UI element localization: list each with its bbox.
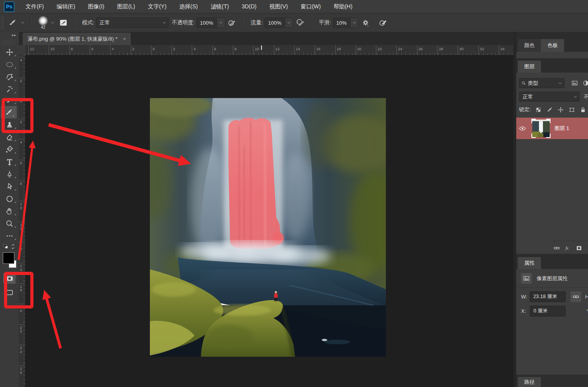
document-canvas[interactable] [150,98,386,357]
menu-item-0[interactable]: 文件(F) [26,3,44,10]
lock-transparent-pixels-icon[interactable] [534,105,543,114]
brush-tool[interactable] [1,106,17,118]
tab-layers[interactable]: 图层 [518,61,541,73]
smoothing-dropdown[interactable] [350,18,359,28]
pressure-size-icon[interactable] [378,18,388,28]
swatches-body [516,52,588,58]
lock-paint-icon[interactable] [545,105,554,114]
screen-mode-button[interactable] [3,287,16,298]
quick-mask-mode-button[interactable] [3,273,16,284]
swap-colors-icon[interactable] [10,244,16,251]
toggle-brush-settings-icon[interactable] [58,18,69,28]
flow-dropdown[interactable] [285,18,293,28]
v-ruler-label-4: 4 [20,140,22,144]
blend-mode-select[interactable]: 正常 [519,92,580,102]
h-ruler-label-13: 14 [296,47,300,51]
layer-name[interactable]: 图层 1 [555,125,569,132]
filter-image-icon[interactable] [570,79,579,88]
lock-all-icon[interactable] [579,105,588,114]
clone-stamp-tool[interactable] [0,118,19,131]
add-layer-mask-icon[interactable] [574,244,583,252]
lasso-tool[interactable] [0,71,19,83]
flow-control[interactable]: 100% [265,18,293,28]
layer-row[interactable]: 图层 1 [516,118,588,139]
edit-toolbar[interactable] [0,230,19,242]
tab-swatches[interactable]: 色板 [541,39,564,52]
pen-tool[interactable] [0,168,19,180]
panel-divider[interactable] [513,32,516,387]
magic-wand-tool[interactable] [0,83,19,95]
svg-text:fx: fx [565,246,568,250]
mode-label: 模式: [82,19,94,26]
filter-adjustment-icon[interactable] [581,79,588,88]
right-panel-column: 颜色 色板 图层 类型 正常 [516,32,588,387]
mode-select[interactable]: 正常 [96,18,169,28]
smoothing-control[interactable]: 10% [333,18,359,28]
menu-item-9[interactable]: 窗口(W) [301,3,321,10]
toolbar-collapse[interactable]: ▸▸ [0,32,19,39]
width-label: W: [521,294,527,300]
ruler-corner[interactable] [19,45,26,55]
layer-effects-icon[interactable]: fx [563,244,572,252]
close-icon[interactable]: × [123,36,126,42]
link-dimensions-icon[interactable] [570,291,581,302]
opacity-dropdown[interactable] [217,18,225,28]
smoothing-options-gear-icon[interactable] [360,18,371,28]
elliptical-marquee-tool[interactable] [0,58,19,71]
path-selection-tool[interactable] [0,180,19,193]
layer-visibility-eye-icon[interactable] [518,124,527,133]
opacity-label: 不透明度: [172,19,195,26]
eyedropper-tool[interactable] [0,95,19,106]
hand-tool[interactable] [0,205,19,217]
chevron-down-icon [50,20,55,25]
menu-item-4[interactable]: 文字(Y) [148,3,167,10]
h-ruler-label-8: 4 [193,47,195,51]
move-tool[interactable] [0,46,19,58]
opacity-control[interactable]: 100% [197,18,225,28]
menu-item-7[interactable]: 3D(D) [242,3,256,10]
tab-color[interactable]: 颜色 [518,39,541,52]
default-colors-icon[interactable] [3,244,9,251]
link-layers-icon[interactable] [552,244,561,252]
h-ruler-label-17: 22 [378,47,382,51]
h-ruler-label-11: 10 [255,47,259,51]
x-label: X: [521,308,526,314]
menu-item-3[interactable]: 图层(L) [117,3,135,10]
eraser-tool[interactable] [0,131,19,143]
separator [311,16,312,29]
v-ruler-label-9: 1 4 [20,243,22,251]
pixel-layer-icon [521,273,532,284]
x-field[interactable]: 0 厘米 [530,306,566,316]
paint-bucket-tool[interactable] [0,143,19,155]
foreground-color-swatch[interactable] [3,252,14,264]
lock-artboard-icon[interactable] [568,105,576,114]
h-ruler-label-9: 6 [214,47,216,51]
waterfall-image [150,98,386,357]
airbrush-icon[interactable] [295,18,305,28]
brush-preset-button[interactable]: 42 [35,15,57,30]
h-ruler-label-12: 12 [275,47,280,51]
type-tool[interactable] [0,155,19,168]
tab-properties[interactable]: 属性 [518,257,541,269]
menu-item-2[interactable]: 图像(I) [88,3,104,10]
ellipse-tool[interactable] [0,193,19,205]
v-ruler-label-15: 2 6 [20,367,22,374]
menu-item-6[interactable]: 滤镜(T) [210,3,229,10]
document-tab[interactable]: 瀑布.png @ 90% (图层 1, 快速蒙版/8) * × [23,33,131,45]
pressure-opacity-icon[interactable] [227,18,237,28]
layer-filter-select[interactable]: 类型 [519,78,564,88]
layer-thumbnail[interactable] [532,120,550,137]
h-ruler-label-22: 32 [480,47,484,51]
zoom-tool[interactable] [0,217,19,230]
toolbar-grip [3,39,16,45]
h-ruler-label-18: 24 [398,47,402,51]
menu-item-5[interactable]: 选择(S) [179,3,198,10]
h-ruler-label-15: 18 [337,47,341,51]
lock-position-icon[interactable] [557,105,565,114]
menu-item-1[interactable]: 编辑(E) [57,3,75,10]
width-field[interactable]: 23.18 厘米 [530,291,566,302]
menu-item-8[interactable]: 视图(V) [269,3,288,10]
menu-item-10[interactable]: 帮助(H) [334,3,352,10]
tool-preset-picker[interactable] [4,17,27,29]
tab-paths[interactable]: 路径 [518,377,541,387]
